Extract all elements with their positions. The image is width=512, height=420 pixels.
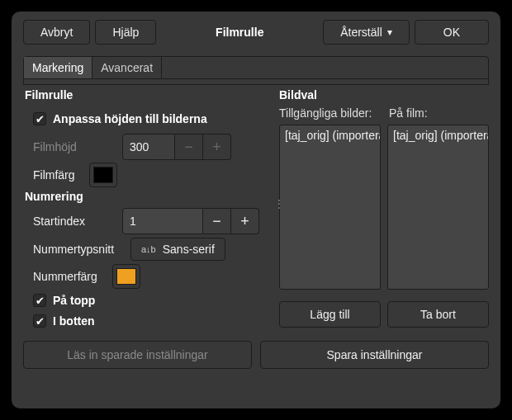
number-color-value [116, 268, 136, 285]
minus-icon: − [184, 139, 193, 156]
film-color-label: Filmfärg [33, 168, 83, 182]
list-item[interactable]: [taj_orig] (importerad) [285, 129, 375, 142]
reset-label: Återställ [340, 26, 382, 39]
images-section-title: Bildval [279, 88, 489, 101]
remove-button[interactable]: Ta bort [387, 301, 489, 328]
tab-selection[interactable]: Markering [24, 57, 92, 78]
help-button[interactable]: Hjälp [95, 20, 156, 45]
right-column: Bildval Tillgängliga bilder: På film: [t… [271, 87, 489, 334]
number-color-swatch[interactable] [112, 264, 140, 289]
film-color-swatch[interactable] [89, 163, 117, 187]
on-bottom-label: I botten [53, 314, 95, 328]
chevron-down-icon: ▾ [387, 26, 392, 38]
available-listbox[interactable]: [taj_orig] (importerad) [279, 125, 381, 290]
fit-height-label: Anpassa höjden till bilderna [53, 112, 207, 125]
number-font-label: Nummertypsnitt [33, 243, 124, 256]
dialog-title: Filmrulle [161, 26, 318, 39]
footer: Läs in sparade inställningar Spara instä… [23, 334, 489, 369]
number-color-label: Nummerfärg [33, 270, 106, 283]
film-color-value [93, 167, 113, 183]
reset-button[interactable]: Återställ ▾ [323, 20, 410, 45]
on-film-label: På film: [389, 106, 489, 120]
add-button[interactable]: Lägg till [279, 301, 381, 328]
on-bottom-checkbox[interactable] [33, 314, 46, 328]
left-column: Filmrulle Anpassa höjden till bilderna F… [23, 87, 271, 334]
fit-height-checkbox[interactable] [33, 112, 46, 125]
on-top-label: På topp [53, 294, 95, 307]
start-index-input[interactable] [122, 208, 203, 234]
film-height-minus-button[interactable]: − [175, 134, 203, 160]
tab-bar: Markering Avancerat [24, 57, 488, 79]
film-height-spinbox: − + [122, 134, 231, 160]
tab-advanced[interactable]: Avancerat [92, 57, 162, 78]
save-settings-button[interactable]: Spara inställningar [260, 341, 489, 369]
dialog-content: Markering Avancerat Filmrulle Anpassa hö… [12, 53, 500, 408]
film-section-title: Filmrulle [25, 88, 268, 101]
start-index-spinbox: − + [122, 208, 259, 234]
plus-icon: + [212, 139, 221, 156]
start-index-plus-button[interactable]: + [231, 208, 259, 234]
dialog-window: Avbryt Hjälp Filmrulle Återställ ▾ OK Ma… [12, 12, 500, 408]
plus-icon: + [240, 213, 249, 230]
minus-icon: − [212, 213, 221, 230]
number-font-value: Sans-serif [163, 243, 215, 256]
film-height-label: Filmhöjd [33, 140, 116, 153]
ok-button[interactable]: OK [415, 20, 489, 45]
start-index-minus-button[interactable]: − [203, 208, 231, 234]
tab-body: Filmrulle Anpassa höjden till bilderna F… [23, 85, 489, 334]
pane-resize-handle[interactable]: ⋮ [274, 202, 284, 205]
number-font-button[interactable]: a↓b Sans-serif [130, 238, 225, 261]
available-images-label: Tillgängliga bilder: [279, 106, 379, 120]
list-item[interactable]: [taj_orig] (importerad) [393, 129, 483, 142]
film-height-input[interactable] [122, 134, 175, 160]
on-film-listbox[interactable]: [taj_orig] (importerad) [387, 125, 489, 290]
on-top-checkbox[interactable] [33, 294, 46, 307]
start-index-label: Startindex [33, 215, 116, 228]
load-settings-button[interactable]: Läs in sparade inställningar [23, 341, 252, 369]
film-height-plus-button[interactable]: + [203, 134, 231, 160]
cancel-button[interactable]: Avbryt [23, 20, 90, 45]
font-picker-icon: a↓b [141, 245, 156, 254]
tab-container: Markering Avancerat [23, 56, 489, 85]
dialog-header: Avbryt Hjälp Filmrulle Återställ ▾ OK [12, 12, 500, 53]
numbering-section-title: Numrering [25, 190, 268, 203]
